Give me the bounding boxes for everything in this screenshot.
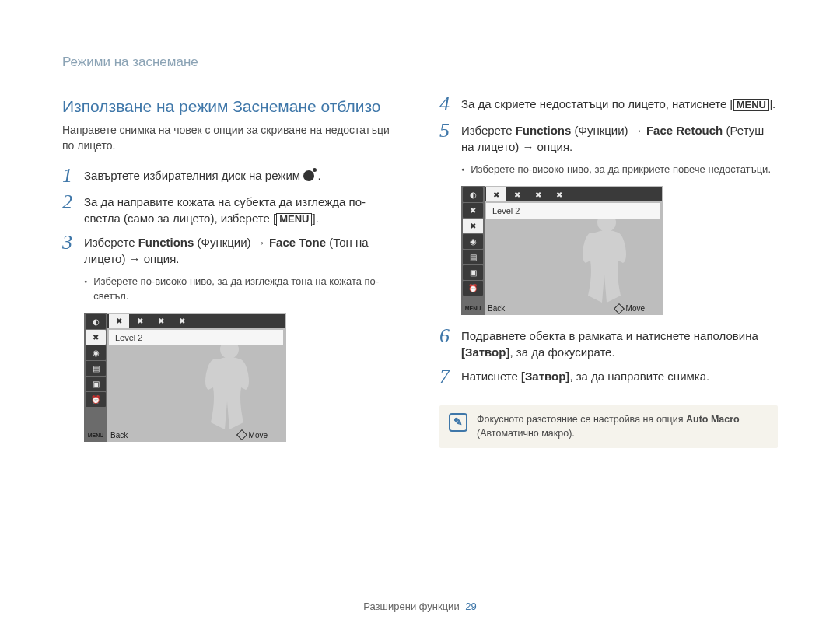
level-option-icon: ✖ <box>151 314 171 328</box>
step-5: 5 Изберете Functions (Функции) → Face Re… <box>439 122 778 155</box>
step-3-bullet: Изберете по-високо ниво, за да изглежда … <box>84 275 401 303</box>
footer-label: Разширени функции <box>363 601 459 612</box>
bracket-close: ]. <box>312 212 318 225</box>
step-2: 2 За да направите кожата на субекта да и… <box>62 194 401 226</box>
intro-text: Направете снимка на човек с опции за скр… <box>62 123 401 153</box>
page-heading: Използване на режим Заснемане отблизо <box>62 96 401 117</box>
screen-frame: ✖ ✖ ✖ ✖ Level 2 ◐ ✖ ✖ ◉ ▤ ▣ ⏰ MENU <box>461 186 663 315</box>
level-option-icon: ✖ <box>109 314 129 328</box>
step-text: (Функции) → <box>571 124 646 137</box>
move-label: Move <box>238 431 268 440</box>
info-icon: ✎ <box>449 413 467 432</box>
section-title: Режими на заснемане <box>62 54 778 75</box>
step-text: , за да направите снимка. <box>569 370 709 383</box>
facetone-icon: ✖ <box>86 330 106 345</box>
top-icon-row: ✖ ✖ ✖ ✖ <box>86 314 285 328</box>
level-label: Level 2 <box>109 330 283 345</box>
timer-icon: ⏰ <box>463 281 483 296</box>
menu-icon: MENU <box>463 303 483 313</box>
two-column-layout: Използване на режим Заснемане отблизо На… <box>62 96 778 454</box>
shutter-label: [Затвор] <box>521 370 569 383</box>
mode-icon: ◐ <box>463 187 483 202</box>
facetone-label: Face Tone <box>269 236 326 249</box>
level-label: Level 2 <box>486 203 660 219</box>
bullet-text: Изберете по-високо ниво, за да прикриете… <box>471 163 771 177</box>
top-icon-row: ✖ ✖ ✖ ✖ <box>463 187 662 201</box>
step-3: 3 Изберете Functions (Функции) → Face To… <box>62 234 401 267</box>
step-text: , за да фокусирате. <box>509 345 614 359</box>
functions-label: Functions <box>516 124 572 137</box>
menu-icon: MENU <box>86 430 106 440</box>
note-text-a: Фокусното разстояние се настройва на опц… <box>477 414 686 425</box>
sidebar-icons: ◐ ✖ ✖ ◉ ▤ ▣ ⏰ MENU <box>461 186 485 315</box>
level-option-icon: ✖ <box>549 187 569 201</box>
manual-page: Режими на заснемане Използване на режим … <box>0 0 840 634</box>
back-label: Back <box>110 431 128 440</box>
step-text: Завъртете избирателния диск на режим <box>84 169 303 182</box>
camera-screen-facetone: ✖ ✖ ✖ ✖ Level 2 ◐ ✖ ◉ ▤ ▣ ⏰ MENU <box>84 313 286 442</box>
step-body: Изберете Functions (Функции) → Face Tone… <box>84 234 401 267</box>
level-option-icon: ✖ <box>486 187 506 201</box>
face-detect-icon: ◉ <box>86 345 106 360</box>
bottom-labels: Back Move <box>110 430 282 440</box>
screen-icon: ▣ <box>463 265 483 280</box>
step-6: 6 Подравнете обекта в рамката и натиснет… <box>439 328 778 360</box>
bullet-text: Изберете по-високо ниво, за да изглежда … <box>93 275 401 303</box>
step-number: 6 <box>439 326 461 346</box>
step-1: 1 Завъртете избирателния диск на режим . <box>62 167 401 186</box>
screen-frame: ✖ ✖ ✖ ✖ Level 2 ◐ ✖ ◉ ▤ ▣ ⏰ MENU <box>84 313 286 442</box>
menu-key-label: MENU <box>733 99 769 111</box>
step-5-bullet: Изберете по-високо ниво, за да прикриете… <box>461 163 778 177</box>
face-detect-icon: ◉ <box>463 234 483 249</box>
move-diamond-icon <box>236 429 247 440</box>
mode-icon: ◐ <box>86 314 106 329</box>
right-column: 4 За да скриете недостатъци по лицето, н… <box>439 96 778 454</box>
step-number: 1 <box>62 166 84 186</box>
sidebar-icons: ◐ ✖ ◉ ▤ ▣ ⏰ MENU <box>84 313 107 442</box>
grid-icon: ▤ <box>463 250 483 264</box>
step-4: 4 За да скриете недостатъци по лицето, н… <box>439 96 778 114</box>
level-option-icon: ✖ <box>172 314 192 328</box>
move-diamond-icon <box>613 303 624 314</box>
step-text: Изберете <box>461 124 516 137</box>
step-text: За да скриете недостатъци по лицето, нат… <box>461 97 730 110</box>
mode-dial-icon <box>303 170 314 181</box>
note-text-b: (Автоматично макро). <box>477 428 575 439</box>
step-body: За да скриете недостатъци по лицето, нат… <box>461 96 775 112</box>
step-body: Изберете Functions (Функции) → Face Reto… <box>461 122 778 155</box>
screen-icon: ▣ <box>86 377 106 391</box>
step-body: Завъртете избирателния диск на режим . <box>84 167 321 184</box>
back-label: Back <box>488 304 505 313</box>
page-number: 29 <box>465 601 476 612</box>
faceretouch-icon: ✖ <box>463 219 483 233</box>
step-body: Натиснете [Затвор], за да направите сним… <box>461 368 709 384</box>
auto-macro-label: Auto Macro <box>686 414 740 425</box>
move-label: Move <box>615 304 645 313</box>
note-box: ✎ Фокусното разстояние се настройва на о… <box>439 405 778 448</box>
step-body: За да направите кожата на субекта да изг… <box>84 194 401 226</box>
step-number: 5 <box>439 121 461 141</box>
facetone-icon: ✖ <box>463 203 483 218</box>
menu-key-label: MENU <box>276 213 312 226</box>
step-number: 3 <box>62 233 84 253</box>
page-footer: Разширени функции 29 <box>0 601 840 612</box>
person-silhouette <box>572 209 642 303</box>
move-text: Move <box>626 304 645 313</box>
grid-icon: ▤ <box>86 361 106 376</box>
move-text: Move <box>249 431 268 440</box>
step-number: 4 <box>439 94 461 114</box>
step-number: 2 <box>62 192 84 212</box>
shutter-label: [Затвор] <box>461 345 509 359</box>
functions-label: Functions <box>138 236 194 249</box>
level-option-icon: ✖ <box>528 187 548 201</box>
level-option-icon: ✖ <box>130 314 150 328</box>
left-column: Използване на режим Заснемане отблизо На… <box>62 96 401 454</box>
faceretouch-label: Face Retouch <box>646 124 723 137</box>
person-silhouette <box>194 336 264 429</box>
note-text: Фокусното разстояние се настройва на опц… <box>477 413 768 440</box>
bottom-labels: Back Move <box>488 303 659 313</box>
step-text: (Функции) → <box>194 236 269 249</box>
level-option-icon: ✖ <box>507 187 527 201</box>
camera-screen-faceretouch: ✖ ✖ ✖ ✖ Level 2 ◐ ✖ ✖ ◉ ▤ ▣ ⏰ MENU <box>461 186 663 315</box>
step-text: За да направите кожата на субекта да изг… <box>84 195 366 225</box>
